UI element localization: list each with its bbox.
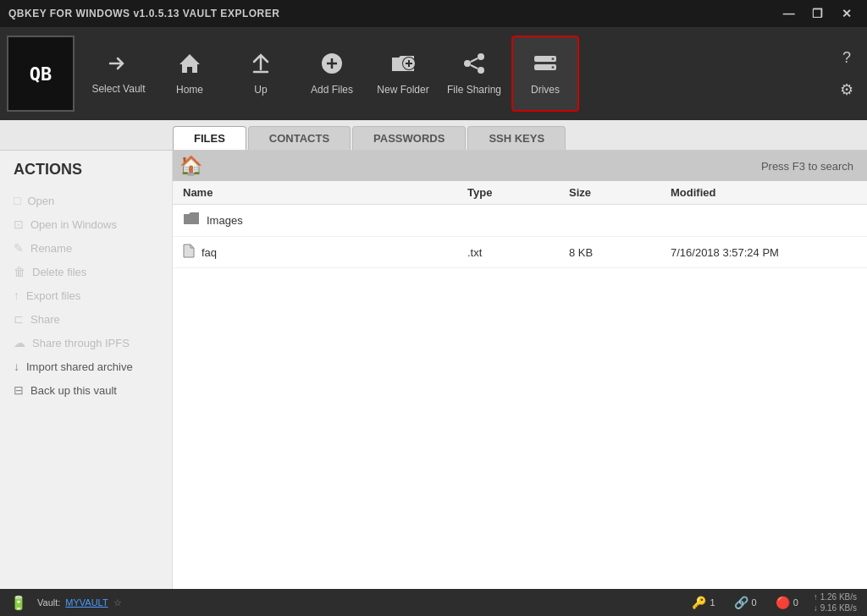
toolbar-side: ? ⚙ bbox=[833, 36, 860, 112]
search-hint: Press F3 to search bbox=[209, 160, 860, 173]
status-badge-upload: 🔴0 bbox=[770, 594, 803, 611]
network-speeds: ↑ 1.26 KB/s ↓ 9.16 KB/s bbox=[814, 591, 857, 613]
import-archive-label: Import shared archive bbox=[26, 360, 133, 373]
select-vault-icon bbox=[106, 53, 131, 78]
home-label: Home bbox=[176, 84, 203, 96]
export-files-label: Export files bbox=[26, 289, 80, 302]
sidebar-item-import-archive[interactable]: ↓Import shared archive bbox=[0, 355, 172, 378]
vault-info: Vault: MYVAULT ☆ bbox=[37, 597, 122, 608]
sidebar-item-rename: ✎Rename bbox=[0, 236, 172, 260]
col-header-0: Name bbox=[183, 186, 467, 199]
search-bar: 🏠 Press F3 to search bbox=[173, 151, 867, 181]
tabs-container: FILESCONTACTSPASSWORDSSSH KEYS bbox=[173, 126, 567, 150]
home-icon bbox=[178, 52, 202, 79]
tab-contacts[interactable]: CONTACTS bbox=[248, 126, 351, 150]
badge-link-count: 0 bbox=[752, 597, 757, 608]
export-files-icon: ↑ bbox=[14, 289, 19, 302]
share-ipfs-label: Share through IPFS bbox=[32, 337, 130, 349]
open-icon: □ bbox=[14, 194, 20, 207]
backup-vault-icon: ⊟ bbox=[14, 383, 24, 397]
status-bar: 🔋 Vault: MYVAULT ☆ 🔑1🔗0🔴0 ↑ 1.26 KB/s ↓ … bbox=[0, 589, 867, 616]
svg-point-11 bbox=[478, 67, 484, 74]
status-badge-key: 🔑1 bbox=[687, 594, 720, 611]
badge-upload-count: 0 bbox=[793, 597, 798, 608]
up-label: Up bbox=[254, 84, 267, 96]
open-windows-label: Open in Windows bbox=[30, 218, 117, 231]
file-name-text: Images bbox=[207, 214, 243, 227]
file-sharing-icon bbox=[462, 52, 486, 79]
toolbar-btn-up[interactable]: Up bbox=[227, 36, 295, 112]
table-row[interactable]: Images bbox=[173, 205, 867, 237]
main-area: ACTIONS □Open⊡Open in Windows✎Rename🗑Del… bbox=[0, 151, 867, 589]
file-name-0: Images bbox=[183, 212, 467, 229]
toolbar-btn-add-files[interactable]: Add Files bbox=[298, 36, 366, 112]
sidebar-item-open: □Open bbox=[0, 189, 172, 212]
open-label: Open bbox=[27, 195, 54, 207]
file-icon bbox=[183, 244, 195, 261]
sidebar-item-share-ipfs: ☁Share through IPFS bbox=[0, 331, 172, 355]
select-vault-label: Select Vault bbox=[91, 83, 145, 95]
settings-button[interactable]: ⚙ bbox=[840, 80, 853, 99]
toolbar-btn-select-vault[interactable]: Select Vault bbox=[85, 36, 152, 112]
file-table: NameTypeSizeModified Images faq.txt8 KB7… bbox=[173, 181, 867, 589]
badge-link-icon: 🔗 bbox=[734, 596, 748, 609]
rename-label: Rename bbox=[30, 242, 72, 255]
app-title: QBKEY FOR WINDOWS v1.0.5.13 VAULT EXPLOR… bbox=[8, 8, 279, 19]
sidebar-item-delete-files: 🗑Delete files bbox=[0, 260, 172, 283]
status-badge-link: 🔗0 bbox=[729, 594, 762, 611]
toolbar-btn-drives[interactable]: Drives bbox=[511, 36, 579, 112]
toolbar-buttons: Select Vault Home Up Add Files New Folde… bbox=[85, 36, 579, 112]
file-name-1: faq bbox=[183, 244, 467, 261]
open-windows-icon: ⊡ bbox=[14, 217, 24, 231]
sidebar-items: □Open⊡Open in Windows✎Rename🗑Delete file… bbox=[0, 189, 172, 402]
file-area: 🏠 Press F3 to search NameTypeSizeModifie… bbox=[173, 151, 867, 589]
rename-icon: ✎ bbox=[14, 241, 24, 255]
close-button[interactable]: ✕ bbox=[835, 2, 859, 25]
sidebar-item-export-files: ↑Export files bbox=[0, 283, 172, 307]
folder-icon bbox=[183, 212, 200, 229]
minimize-button[interactable]: — bbox=[777, 2, 801, 25]
tab-files[interactable]: FILES bbox=[173, 126, 246, 150]
vault-link[interactable]: MYVAULT bbox=[65, 597, 108, 608]
toolbar-btn-file-sharing[interactable]: File Sharing bbox=[440, 36, 508, 112]
import-archive-icon: ↓ bbox=[14, 360, 19, 373]
sidebar-item-backup-vault[interactable]: ⊟Back up this vault bbox=[0, 378, 172, 402]
svg-line-12 bbox=[471, 58, 478, 62]
svg-marker-0 bbox=[179, 54, 200, 73]
file-rows: Images faq.txt8 KB7/16/2018 3:57:24 PM bbox=[173, 205, 867, 268]
network-up: ↑ 1.26 KB/s bbox=[814, 591, 857, 602]
toolbar-btn-home[interactable]: Home bbox=[156, 36, 224, 112]
delete-files-icon: 🗑 bbox=[14, 265, 25, 278]
new-folder-label: New Folder bbox=[377, 84, 428, 96]
backup-vault-label: Back up this vault bbox=[30, 384, 117, 397]
badge-key-icon: 🔑 bbox=[692, 596, 706, 609]
col-header-1: Type bbox=[467, 186, 569, 199]
tab-passwords[interactable]: PASSWORDS bbox=[352, 126, 466, 150]
tab-ssh-keys[interactable]: SSH KEYS bbox=[467, 126, 566, 150]
logo-text: QB bbox=[30, 63, 52, 85]
maximize-button[interactable]: ❐ bbox=[806, 2, 830, 25]
delete-files-label: Delete files bbox=[32, 266, 86, 278]
help-button[interactable]: ? bbox=[842, 49, 851, 67]
svg-point-17 bbox=[552, 66, 555, 69]
home-icon[interactable]: 🏠 bbox=[179, 155, 202, 177]
svg-point-10 bbox=[478, 53, 484, 60]
vault-label: Vault: bbox=[37, 597, 60, 608]
network-down: ↓ 9.16 KB/s bbox=[814, 602, 857, 613]
file-size: 8 KB bbox=[569, 246, 671, 259]
add-files-icon bbox=[320, 52, 344, 79]
col-header-2: Size bbox=[569, 186, 671, 199]
file-modified: 7/16/2018 3:57:24 PM bbox=[671, 246, 857, 259]
file-type: .txt bbox=[467, 246, 569, 259]
toolbar-btn-new-folder[interactable]: New Folder bbox=[369, 36, 437, 112]
table-row[interactable]: faq.txt8 KB7/16/2018 3:57:24 PM bbox=[173, 237, 867, 268]
table-header: NameTypeSizeModified bbox=[173, 181, 867, 205]
sidebar-item-share: ⊏Share bbox=[0, 307, 172, 331]
toolbar: QB Select Vault Home Up Add Files New Fo… bbox=[0, 27, 867, 120]
tabs-area: FILESCONTACTSPASSWORDSSSH KEYS bbox=[0, 120, 867, 151]
share-icon: ⊏ bbox=[14, 312, 24, 326]
star-icon[interactable]: ☆ bbox=[113, 597, 122, 608]
badge-upload-icon: 🔴 bbox=[776, 596, 790, 609]
drives-label: Drives bbox=[531, 84, 560, 96]
drives-icon bbox=[533, 52, 558, 79]
